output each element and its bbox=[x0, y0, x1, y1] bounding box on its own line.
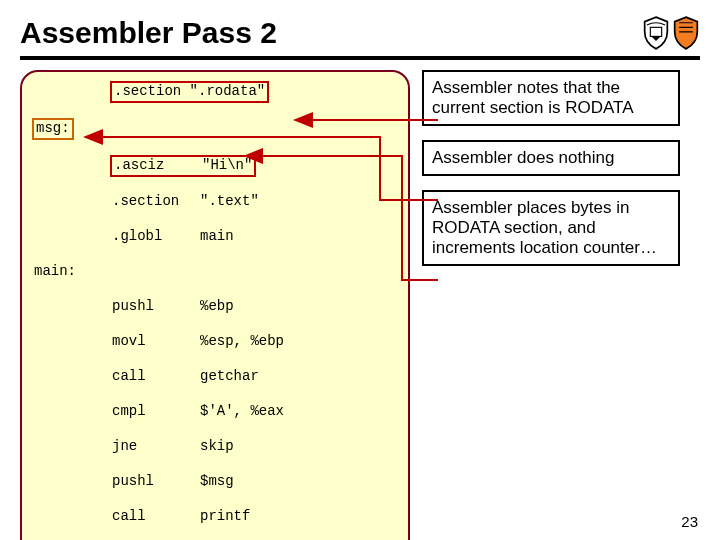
code-label-main: main: bbox=[34, 263, 76, 279]
code-call1-op: getchar bbox=[200, 368, 259, 384]
shield-icon bbox=[642, 16, 670, 50]
code-section-text-op: ".text" bbox=[200, 193, 259, 209]
code-jne-mn: jne bbox=[112, 438, 200, 456]
code-globl-mn: .globl bbox=[112, 228, 200, 246]
code-call2-mn: call bbox=[112, 508, 200, 526]
annotation-bytes: Assembler places bytes in RODATA section… bbox=[422, 190, 680, 266]
annotation-rodata: Assembler notes that the current section… bbox=[422, 70, 680, 126]
code-pushl1-mn: pushl bbox=[112, 298, 200, 316]
code-panel: .section ".rodata" msg: .asciz"Hi\n" .se… bbox=[20, 70, 410, 540]
code-jne-op: skip bbox=[200, 438, 234, 454]
code-section-text-mn: .section bbox=[112, 193, 200, 211]
page-title: Assembler Pass 2 bbox=[20, 16, 277, 50]
code-cmpl-mn: cmpl bbox=[112, 403, 200, 421]
page-number: 23 bbox=[681, 513, 698, 530]
annotation-nothing: Assembler does nothing bbox=[422, 140, 680, 176]
code-pushl2-op: $msg bbox=[200, 473, 234, 489]
code-call2-op: printf bbox=[200, 508, 250, 524]
code-line-section-rodata: .section ".rodata" bbox=[110, 81, 269, 103]
code-call1-mn: call bbox=[112, 368, 200, 386]
title-rule bbox=[20, 56, 700, 60]
code-movl1-mn: movl bbox=[112, 333, 200, 351]
code-asciz-op: "Hi\n" bbox=[202, 157, 252, 173]
code-globl-op: main bbox=[200, 228, 234, 244]
code-movl1-op: %esp, %ebp bbox=[200, 333, 284, 349]
code-cmpl-op: $'A', %eax bbox=[200, 403, 284, 419]
code-pushl2-mn: pushl bbox=[112, 473, 200, 491]
crest-logo bbox=[642, 16, 700, 50]
code-pushl1-op: %ebp bbox=[200, 298, 234, 314]
code-asciz-mn: .asciz bbox=[114, 157, 202, 175]
shield-icon bbox=[672, 16, 700, 50]
code-label-msg: msg: bbox=[32, 118, 74, 140]
